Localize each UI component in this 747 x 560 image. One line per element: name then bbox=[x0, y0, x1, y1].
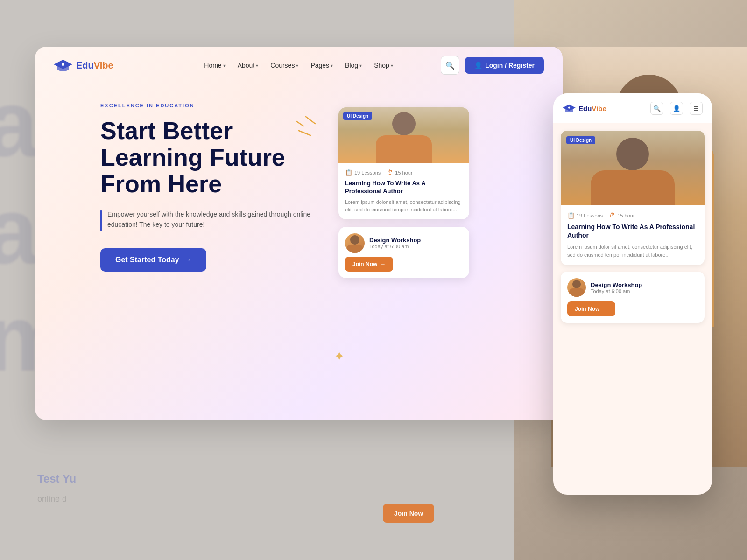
blog-chevron-icon: ▾ bbox=[359, 63, 362, 68]
mobile-workshop-card: Design Workshop Today at 6:00 am Join No… bbox=[561, 272, 705, 323]
mobile-course-meta: 📋 19 Lessons ⏱ 15 hour bbox=[567, 212, 698, 219]
mobile-workshop-info: Design Workshop Today at 6:00 am bbox=[591, 281, 642, 294]
mobile-menu-button[interactable]: ☰ bbox=[690, 102, 703, 115]
mobile-card: EduVibe 🔍 👤 ☰ UI Design 📋 bbox=[553, 93, 712, 495]
svg-line-4 bbox=[299, 131, 310, 135]
nav-item-courses[interactable]: Courses ▾ bbox=[266, 59, 303, 72]
desktop-logo-text: EduVibe bbox=[76, 60, 113, 71]
mobile-course-image: UI Design bbox=[561, 131, 705, 205]
mobile-join-button[interactable]: Join Now → bbox=[567, 301, 615, 316]
course-badge: UI Design bbox=[343, 112, 372, 120]
mobile-join-arrow-icon: → bbox=[602, 306, 608, 312]
mobile-user-button[interactable]: 👤 bbox=[670, 102, 683, 115]
mobile-workshop-time: Today at 6:00 am bbox=[591, 288, 642, 294]
mobile-logo-graduation-cap-icon bbox=[563, 103, 576, 113]
decorative-lines-svg bbox=[292, 114, 320, 138]
mobile-workshop-avatar bbox=[567, 278, 586, 297]
svg-line-3 bbox=[296, 121, 303, 126]
mobile-search-button[interactable]: 🔍 bbox=[650, 102, 663, 115]
mobile-lessons-meta: 📋 19 Lessons bbox=[567, 212, 603, 219]
nav-item-home[interactable]: Home ▾ bbox=[199, 59, 230, 72]
desktop-logo[interactable]: EduVibe bbox=[54, 58, 113, 73]
course-lessons-meta: 📋 19 Lessons bbox=[345, 169, 381, 176]
user-icon: 👤 bbox=[474, 62, 482, 69]
mobile-clock-icon: ⏱ bbox=[609, 212, 615, 219]
mobile-nav-actions: 🔍 👤 ☰ bbox=[650, 102, 703, 115]
logo-graduation-cap-icon bbox=[54, 58, 72, 73]
bg-join-button[interactable]: Join Now bbox=[383, 504, 434, 523]
hero-section: EXCELLENCE IN EDUCATION Start Better Lea… bbox=[35, 84, 563, 278]
course-meta: 📋 19 Lessons ⏱ 15 hour bbox=[345, 169, 463, 176]
arrow-icon: → bbox=[184, 256, 191, 264]
courses-chevron-icon: ▾ bbox=[296, 63, 298, 68]
nav-item-shop[interactable]: Shop ▾ bbox=[369, 59, 398, 72]
mobile-lessons-icon: 📋 bbox=[567, 212, 575, 219]
mobile-content-area: UI Design 📋 19 Lessons ⏱ 15 hour Learnin… bbox=[553, 123, 712, 495]
clock-icon: ⏱ bbox=[387, 169, 393, 176]
course-title: Learning How To Write As A Professional … bbox=[345, 180, 463, 196]
svg-line-2 bbox=[306, 117, 315, 124]
join-arrow-icon: → bbox=[380, 261, 386, 267]
workshop-top: Design Workshop Today at 6:00 am bbox=[345, 233, 463, 253]
mobile-menu-icon: ☰ bbox=[693, 105, 699, 112]
svg-point-6 bbox=[568, 107, 570, 109]
hero-description: Empower yourself with the knowledge and … bbox=[100, 209, 324, 231]
nav-item-about[interactable]: About ▾ bbox=[233, 59, 263, 72]
hero-tagline: EXCELLENCE IN EDUCATION bbox=[100, 103, 324, 108]
get-started-button[interactable]: Get Started Today → bbox=[100, 248, 206, 272]
hero-left-content: EXCELLENCE IN EDUCATION Start Better Lea… bbox=[100, 103, 324, 278]
mobile-navbar: EduVibe 🔍 👤 ☰ bbox=[553, 93, 712, 123]
about-chevron-icon: ▾ bbox=[256, 63, 258, 68]
workshop-time: Today at 6:00 am bbox=[369, 244, 463, 249]
desktop-course-card: UI Design 📋 19 Lessons ⏱ 15 hour Learnin… bbox=[338, 107, 469, 219]
login-register-button[interactable]: 👤 Login / Register bbox=[465, 57, 544, 74]
mobile-duration-meta: ⏱ 15 hour bbox=[609, 212, 634, 219]
svg-point-1 bbox=[62, 63, 64, 66]
mobile-logo-text: EduVibe bbox=[578, 105, 606, 112]
bg-partial-text-2: online d bbox=[37, 494, 67, 504]
desktop-navbar: EduVibe Home ▾ About ▾ Courses ▾ Pages ▾… bbox=[35, 47, 563, 84]
desktop-workshop-card: Design Workshop Today at 6:00 am Join No… bbox=[338, 227, 469, 278]
mobile-course-desc: Lorem ipsum dolor sit amet, consectetur … bbox=[567, 243, 698, 259]
hero-title: Start Better Learning Future From Here bbox=[100, 118, 324, 198]
pages-chevron-icon: ▾ bbox=[331, 63, 333, 68]
bg-partial-text-1: Test Yu bbox=[37, 472, 76, 485]
workshop-avatar bbox=[345, 233, 365, 253]
home-chevron-icon: ▾ bbox=[223, 63, 226, 68]
mobile-search-icon: 🔍 bbox=[653, 105, 661, 112]
course-card-image: UI Design bbox=[338, 107, 469, 163]
desktop-nav-links: Home ▾ About ▾ Courses ▾ Pages ▾ Blog ▾ … bbox=[199, 59, 398, 72]
mobile-user-icon: 👤 bbox=[673, 105, 680, 112]
mobile-card-body: 📋 19 Lessons ⏱ 15 hour Learning How To W… bbox=[561, 205, 705, 265]
desktop-card: EduVibe Home ▾ About ▾ Courses ▾ Pages ▾… bbox=[35, 47, 563, 420]
nav-item-blog[interactable]: Blog ▾ bbox=[340, 59, 366, 72]
decorative-plus-icon: ✦ bbox=[334, 349, 345, 364]
course-description: Lorem ipsum dolor sit amet, consectetur … bbox=[345, 198, 463, 214]
lessons-icon: 📋 bbox=[345, 169, 352, 176]
course-duration-meta: ⏱ 15 hour bbox=[387, 169, 412, 176]
mobile-workshop-top: Design Workshop Today at 6:00 am bbox=[567, 278, 698, 297]
workshop-info: Design Workshop Today at 6:00 am bbox=[369, 237, 463, 249]
mobile-workshop-title: Design Workshop bbox=[591, 281, 642, 288]
hero-desc-bar bbox=[100, 210, 102, 231]
workshop-title: Design Workshop bbox=[369, 237, 463, 244]
desktop-search-button[interactable]: 🔍 bbox=[441, 56, 459, 75]
shop-chevron-icon: ▾ bbox=[391, 63, 393, 68]
search-icon: 🔍 bbox=[445, 61, 455, 70]
course-card-body: 📋 19 Lessons ⏱ 15 hour Learning How To W… bbox=[338, 163, 469, 219]
mobile-course-title: Learning How To Write As A Professional … bbox=[567, 223, 698, 239]
mobile-course-badge: UI Design bbox=[566, 136, 595, 144]
hero-cards-area: UI Design 📋 19 Lessons ⏱ 15 hour Learnin… bbox=[338, 103, 469, 278]
nav-item-pages[interactable]: Pages ▾ bbox=[306, 59, 338, 72]
desktop-join-button[interactable]: Join Now → bbox=[345, 257, 393, 272]
desktop-nav-actions: 🔍 👤 Login / Register bbox=[441, 56, 544, 75]
mobile-course-card: UI Design 📋 19 Lessons ⏱ 15 hour Learnin… bbox=[561, 131, 705, 265]
